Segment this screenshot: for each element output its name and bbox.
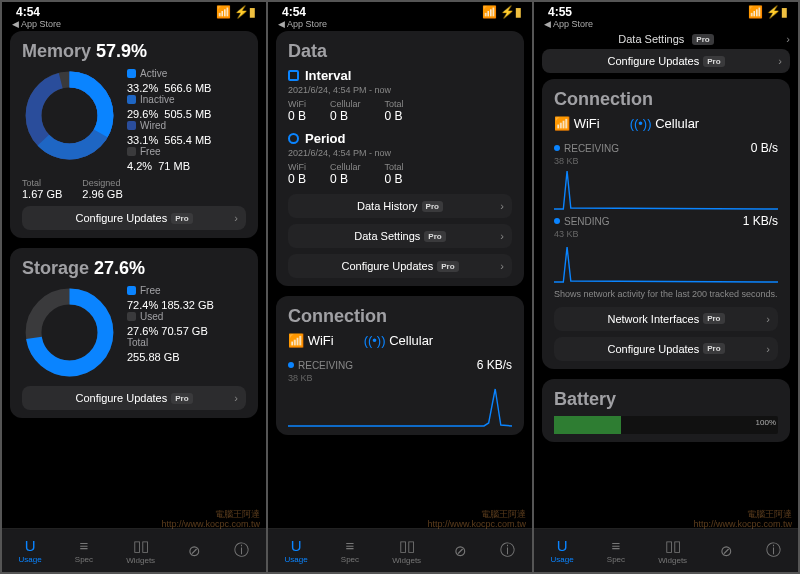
usage-icon: U (25, 537, 36, 554)
recv-sparkline (288, 385, 512, 427)
tab-usage[interactable]: UUsage (285, 537, 308, 564)
recv-sparkline (554, 168, 778, 210)
wifi-toggle[interactable]: 📶 WiFi (554, 116, 600, 131)
clock: 4:54 (282, 5, 306, 19)
tab-4[interactable]: ⊘ (454, 542, 467, 560)
memory-title: Memory 57.9% (22, 41, 246, 62)
tab-4[interactable]: ⊘ (188, 542, 201, 560)
send-sparkline (554, 241, 778, 283)
connection-heading: Connection (554, 89, 778, 110)
sending-total: 43 KB (554, 229, 778, 239)
tab-widgets[interactable]: ▯▯Widgets (658, 537, 687, 565)
storage-title: Storage 27.6% (22, 258, 246, 279)
configure-updates-button[interactable]: Configure UpdatesPro › (22, 386, 246, 410)
chevron-right-icon: › (234, 212, 238, 224)
tab-5[interactable]: ⓘ (766, 541, 781, 560)
chevron-right-icon: › (234, 392, 238, 404)
tab-spec[interactable]: ≡Spec (75, 537, 93, 564)
configure-updates-button[interactable]: Configure UpdatesPro› (554, 337, 778, 361)
memory-donut (22, 68, 117, 163)
battery-chart: 100% (554, 416, 778, 434)
tab-usage[interactable]: UUsage (551, 537, 574, 564)
tab-bar: UUsage ≡Spec ▯▯Widgets ⊘ ⓘ (534, 528, 798, 572)
cellular-icon: ((•)) (630, 116, 652, 131)
cellular-toggle[interactable]: ((•)) Cellular (630, 116, 700, 131)
receiving-total: 38 KB (554, 156, 778, 166)
memory-card: Memory 57.9% Active 33.2% 566.6 MB Inact… (10, 31, 258, 238)
status-icons: 📶 ⚡▮ (216, 5, 256, 19)
wifi-icon: 📶 (288, 333, 304, 348)
signal-icon: 📶 (482, 5, 497, 19)
storage-legend: Free 72.4% 185.32 GB Used 27.6% 70.57 GB… (127, 285, 246, 380)
widgets-icon: ▯▯ (133, 537, 149, 555)
back-to-appstore[interactable]: ◀ App Store (534, 19, 798, 31)
clock: 4:54 (16, 5, 40, 19)
tab-widgets[interactable]: ▯▯Widgets (392, 537, 421, 565)
tab-5[interactable]: ⓘ (234, 541, 249, 560)
period-values: WiFi0 B Cellular0 B Total0 B (288, 162, 512, 186)
sending-row: SENDING 1 KB/s (554, 214, 778, 228)
data-card: Data Interval 2021/6/24, 4:54 PM - now W… (276, 31, 524, 286)
info-icon: ⓘ (234, 541, 249, 560)
circle-icon (288, 133, 299, 144)
down-arrow-icon (554, 145, 560, 151)
interval-values: WiFi0 B Cellular0 B Total0 B (288, 99, 512, 123)
tab-4[interactable]: ⊘ (720, 542, 733, 560)
tab-bar: UUsage ≡Spec ▯▯Widgets ⊘ ⓘ (268, 528, 532, 572)
status-icons: 📶 ⚡▮ (748, 5, 788, 19)
wifi-icon: 📶 (554, 116, 570, 131)
status-icons: 📶 ⚡▮ (482, 5, 522, 19)
battery-icon: ⚡▮ (234, 5, 256, 19)
tab-spec[interactable]: ≡Spec (607, 537, 625, 564)
receiving-row: RECEIVING 6 KB/s (288, 358, 512, 372)
connection-card: Connection 📶 WiFi ((•)) Cellular RECEIVI… (542, 79, 790, 369)
wifi-toggle[interactable]: 📶 WiFi (288, 333, 334, 348)
up-arrow-icon (554, 218, 560, 224)
data-history-button[interactable]: Data HistoryPro› (288, 194, 512, 218)
cellular-toggle[interactable]: ((•)) Cellular (364, 333, 434, 348)
battery-icon: ⚡▮ (500, 5, 522, 19)
interval-section[interactable]: Interval (288, 68, 512, 83)
battery-100-label: 100% (756, 418, 776, 427)
clock: 4:55 (548, 5, 572, 19)
tab-spec[interactable]: ≡Spec (341, 537, 359, 564)
storage-card: Storage 27.6% Free 72.4% 185.32 GB Used … (10, 248, 258, 418)
network-interfaces-button[interactable]: Network InterfacesPro› (554, 307, 778, 331)
tab-usage[interactable]: UUsage (19, 537, 42, 564)
signal-icon: 📶 (748, 5, 763, 19)
down-arrow-icon (288, 362, 294, 368)
cellular-icon: ((•)) (364, 333, 386, 348)
connection-heading: Connection (288, 306, 512, 327)
battery-icon: ⚡▮ (766, 5, 788, 19)
configure-updates-button[interactable]: Configure UpdatesPro› (542, 49, 790, 73)
configure-updates-button[interactable]: Configure UpdatesPro› (288, 254, 512, 278)
tab-bar: UUsage ≡Spec ▯▯Widgets ⊘ ⓘ (2, 528, 266, 572)
back-to-appstore[interactable]: ◀ App Store (268, 19, 532, 31)
receiving-row: RECEIVING 0 B/s (554, 141, 778, 155)
configure-updates-button[interactable]: Configure UpdatesPro › (22, 206, 246, 230)
phone-screen-2: 4:54 📶 ⚡▮ ◀ App Store Data Interval 2021… (268, 2, 532, 572)
interval-timestamp: 2021/6/24, 4:54 PM - now (288, 85, 512, 95)
tab-5[interactable]: ⓘ (500, 541, 515, 560)
connection-note: Shows network activity for the last 200 … (554, 289, 778, 301)
top-title-row: Data SettingsPro › (534, 31, 798, 49)
receiving-total: 38 KB (288, 373, 512, 383)
tab-widgets[interactable]: ▯▯Widgets (126, 537, 155, 565)
period-timestamp: 2021/6/24, 4:54 PM - now (288, 148, 512, 158)
connection-card: Connection 📶 WiFi ((•)) Cellular RECEIVI… (276, 296, 524, 435)
square-icon (288, 70, 299, 81)
phone-screen-1: 4:54 📶 ⚡▮ ◀ App Store Memory 57.9% (2, 2, 266, 572)
data-settings-button[interactable]: Data SettingsPro› (288, 224, 512, 248)
storage-donut (22, 285, 117, 380)
battery-heading: Battery (554, 389, 778, 410)
back-to-appstore[interactable]: ◀ App Store (2, 19, 266, 31)
period-section[interactable]: Period (288, 131, 512, 146)
status-bar: 4:55 📶 ⚡▮ (534, 2, 798, 19)
phone-screen-3: 4:55 📶 ⚡▮ ◀ App Store Data SettingsPro ›… (534, 2, 798, 572)
spec-icon: ≡ (80, 537, 89, 554)
battery-card: Battery 100% (542, 379, 790, 442)
gauge-icon: ⊘ (188, 542, 201, 560)
memory-legend: Active 33.2% 566.6 MB Inactive 29.6% 505… (127, 68, 246, 172)
data-heading: Data (288, 41, 512, 62)
status-bar: 4:54 📶 ⚡▮ (2, 2, 266, 19)
